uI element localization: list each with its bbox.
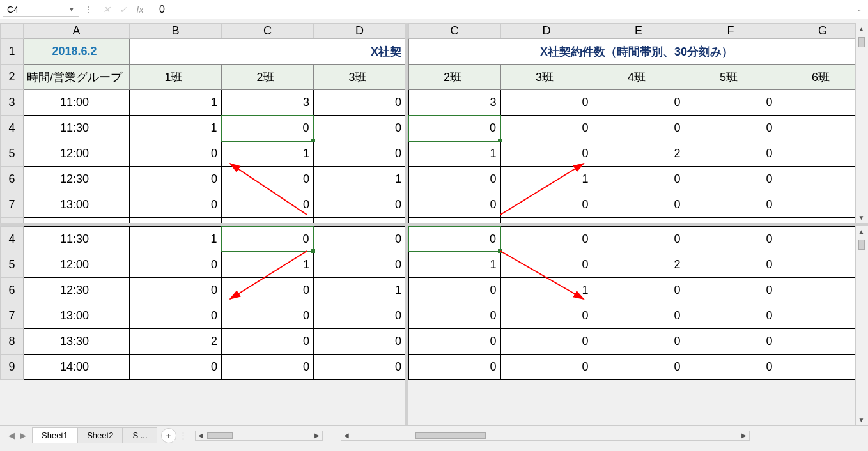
data-cell[interactable]: 0: [314, 192, 406, 218]
cancel-icon[interactable]: ✕: [98, 3, 115, 17]
data-cell[interactable]: 0: [685, 116, 777, 141]
selected-cell[interactable]: 0: [408, 226, 500, 252]
data-cell[interactable]: 0: [685, 90, 777, 116]
data-cell[interactable]: 0: [685, 328, 777, 354]
data-cell[interactable]: [777, 226, 855, 252]
date-cell[interactable]: 2018.6.2: [24, 39, 130, 65]
fx-icon[interactable]: fx: [132, 3, 148, 17]
data-cell[interactable]: 0: [408, 328, 500, 354]
data-cell[interactable]: 0: [314, 141, 406, 167]
header-cell[interactable]: 3班: [314, 65, 406, 90]
scroll-down-icon[interactable]: ▼: [858, 211, 865, 223]
nav-prev-icon[interactable]: ◀: [6, 431, 17, 440]
horizontal-scrollbar-left[interactable]: ◀ ▶: [195, 431, 323, 441]
select-all-corner[interactable]: [1, 24, 24, 39]
data-cell[interactable]: 1: [314, 277, 406, 303]
data-cell[interactable]: 0: [500, 354, 593, 379]
vertical-scrollbar[interactable]: ▲ ▼: [855, 226, 867, 425]
data-cell[interactable]: 1: [500, 167, 593, 192]
scroll-thumb[interactable]: [207, 432, 233, 439]
data-cell[interactable]: 0: [222, 218, 314, 224]
scroll-thumb[interactable]: [858, 37, 865, 47]
time-cell[interactable]: 12:00: [24, 141, 130, 167]
time-cell[interactable]: 11:30: [24, 226, 130, 252]
scroll-down-icon[interactable]: ▼: [858, 414, 865, 425]
data-cell[interactable]: 0: [500, 328, 593, 354]
scroll-thumb[interactable]: [415, 432, 486, 439]
data-cell[interactable]: 0: [130, 354, 222, 379]
data-cell[interactable]: 0: [593, 192, 685, 218]
pane-bottom-left[interactable]: 4 11:30 1 0 0 5 12:00 0 1 0 6 12:30 0: [0, 226, 405, 425]
data-cell[interactable]: 0: [314, 252, 406, 277]
time-cell[interactable]: 13:30: [24, 328, 130, 354]
selected-cell[interactable]: 0: [222, 226, 314, 252]
data-cell[interactable]: 0: [222, 354, 314, 379]
data-cell[interactable]: 0: [500, 90, 593, 116]
sheet-tab-1[interactable]: Sheet1: [32, 427, 77, 443]
data-cell[interactable]: 1: [222, 252, 314, 277]
data-cell[interactable]: 0: [685, 192, 777, 218]
row-header[interactable]: 9: [1, 354, 24, 379]
sheet-tab-2[interactable]: Sheet2: [77, 427, 123, 443]
title-cell[interactable]: X社契: [130, 39, 406, 65]
header-cell[interactable]: 2班: [408, 65, 500, 90]
data-cell[interactable]: [777, 90, 855, 116]
data-cell[interactable]: 1: [130, 116, 222, 141]
row-header[interactable]: 4: [1, 116, 24, 141]
data-cell[interactable]: 0: [130, 252, 222, 277]
data-cell[interactable]: 0: [593, 226, 685, 252]
header-cell[interactable]: 6班: [777, 65, 855, 90]
add-sheet-button[interactable]: ＋: [161, 428, 176, 443]
data-cell[interactable]: 0: [593, 116, 685, 141]
data-cell[interactable]: 1: [314, 167, 406, 192]
data-cell[interactable]: [777, 116, 855, 141]
col-header[interactable]: F: [685, 24, 777, 39]
sheet-tab-3[interactable]: S ...: [123, 427, 157, 443]
row-header[interactable]: 1: [1, 39, 24, 65]
data-cell[interactable]: 0: [685, 141, 777, 167]
time-cell[interactable]: 12:30: [24, 167, 130, 192]
data-cell[interactable]: 0: [222, 303, 314, 328]
confirm-icon[interactable]: ✓: [115, 3, 132, 17]
data-cell[interactable]: 0: [593, 218, 685, 224]
time-cell[interactable]: 12:30: [24, 277, 130, 303]
scroll-up-icon[interactable]: ▲: [858, 226, 865, 237]
data-cell[interactable]: 0: [593, 328, 685, 354]
data-cell[interactable]: 0: [222, 192, 314, 218]
row-header[interactable]: 5: [1, 252, 24, 277]
data-cell[interactable]: 0: [314, 354, 406, 379]
data-cell[interactable]: 1: [500, 277, 593, 303]
time-cell[interactable]: 13:00: [24, 192, 130, 218]
scroll-left-icon[interactable]: ◀: [196, 432, 206, 439]
scroll-thumb[interactable]: [858, 240, 865, 250]
scroll-right-icon[interactable]: ▶: [312, 432, 322, 439]
data-cell[interactable]: 0: [500, 252, 593, 277]
data-cell[interactable]: 0: [408, 354, 500, 379]
data-cell[interactable]: 0: [685, 252, 777, 277]
scroll-left-icon[interactable]: ◀: [341, 432, 352, 439]
title-cell[interactable]: X社契約件数（時間帯別、30分刻み）: [408, 39, 855, 65]
data-cell[interactable]: 1: [408, 252, 500, 277]
data-cell[interactable]: 0: [130, 141, 222, 167]
expand-formula-icon[interactable]: ⌄: [853, 6, 865, 13]
pane-top-right[interactable]: C D E F G X社契約件数（時間帯別、30分刻み） 2班 3班 4班 5班…: [408, 23, 855, 223]
data-cell[interactable]: 0: [500, 192, 593, 218]
col-header[interactable]: C: [408, 24, 500, 39]
data-cell[interactable]: 0: [408, 167, 500, 192]
col-header[interactable]: D: [314, 24, 406, 39]
row-header[interactable]: 4: [1, 226, 24, 252]
data-cell[interactable]: 2: [130, 218, 222, 224]
formula-input[interactable]: [154, 3, 853, 17]
col-header[interactable]: E: [593, 24, 685, 39]
data-cell[interactable]: 0: [130, 303, 222, 328]
data-cell[interactable]: [777, 218, 855, 224]
header-cell[interactable]: 5班: [685, 65, 777, 90]
selected-cell[interactable]: 0: [222, 116, 314, 141]
time-cell[interactable]: 11:30: [24, 116, 130, 141]
col-header[interactable]: C: [222, 24, 314, 39]
data-cell[interactable]: 0: [222, 167, 314, 192]
data-cell[interactable]: 0: [408, 303, 500, 328]
data-cell[interactable]: [777, 277, 855, 303]
data-cell[interactable]: 0: [500, 218, 593, 224]
data-cell[interactable]: 0: [314, 90, 406, 116]
